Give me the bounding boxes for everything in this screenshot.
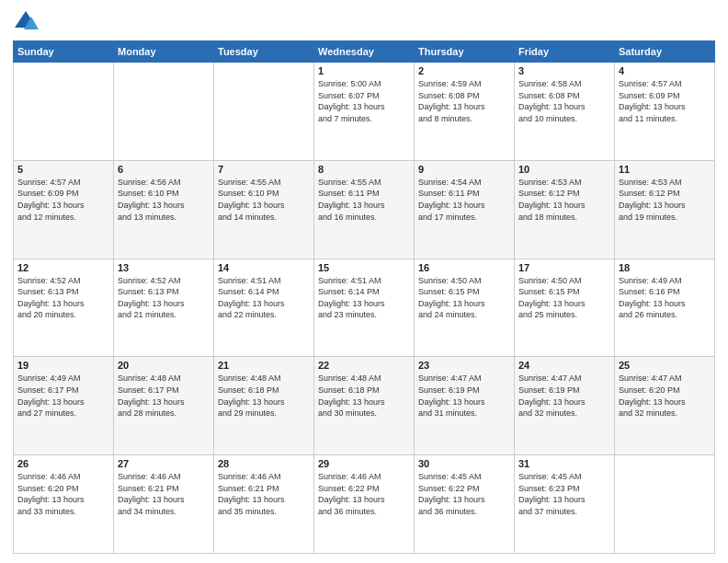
cell-content: Sunrise: 4:45 AMSunset: 6:22 PMDaylight:… xyxy=(418,471,510,517)
calendar-cell: 5Sunrise: 4:57 AMSunset: 6:09 PMDaylight… xyxy=(14,160,114,259)
page: SundayMondayTuesdayWednesdayThursdayFrid… xyxy=(0,0,728,563)
day-number: 14 xyxy=(218,262,310,273)
cell-content: Sunrise: 4:51 AMSunset: 6:14 PMDaylight:… xyxy=(218,275,310,321)
cell-content: Sunrise: 4:57 AMSunset: 6:09 PMDaylight:… xyxy=(619,78,711,124)
cell-content: Sunrise: 4:56 AMSunset: 6:10 PMDaylight:… xyxy=(118,177,210,223)
calendar-cell: 17Sunrise: 4:50 AMSunset: 6:15 PMDayligh… xyxy=(515,259,615,357)
header-day-friday: Friday xyxy=(515,41,615,63)
cell-content: Sunrise: 4:46 AMSunset: 6:22 PMDaylight:… xyxy=(318,471,410,517)
calendar-cell: 20Sunrise: 4:48 AMSunset: 6:17 PMDayligh… xyxy=(114,357,214,455)
calendar-cell: 11Sunrise: 4:53 AMSunset: 6:12 PMDayligh… xyxy=(615,160,715,259)
calendar-cell: 15Sunrise: 4:51 AMSunset: 6:14 PMDayligh… xyxy=(314,259,415,357)
day-number: 31 xyxy=(518,458,610,469)
calendar-cell: 23Sunrise: 4:47 AMSunset: 6:19 PMDayligh… xyxy=(415,357,515,455)
calendar-cell: 16Sunrise: 4:50 AMSunset: 6:15 PMDayligh… xyxy=(415,259,515,357)
calendar-body: 1Sunrise: 5:00 AMSunset: 6:07 PMDaylight… xyxy=(14,63,715,554)
cell-content: Sunrise: 4:47 AMSunset: 6:20 PMDaylight:… xyxy=(619,373,711,419)
day-number: 27 xyxy=(118,458,210,469)
cell-content: Sunrise: 4:45 AMSunset: 6:23 PMDaylight:… xyxy=(518,471,610,517)
header-day-monday: Monday xyxy=(114,41,214,63)
calendar-cell: 13Sunrise: 4:52 AMSunset: 6:13 PMDayligh… xyxy=(114,259,214,357)
calendar-cell: 19Sunrise: 4:49 AMSunset: 6:17 PMDayligh… xyxy=(14,357,114,455)
cell-content: Sunrise: 4:47 AMSunset: 6:19 PMDaylight:… xyxy=(518,373,610,419)
day-number: 9 xyxy=(418,164,510,175)
day-number: 28 xyxy=(218,458,310,469)
calendar-cell xyxy=(14,63,114,161)
calendar-cell: 31Sunrise: 4:45 AMSunset: 6:23 PMDayligh… xyxy=(515,455,615,554)
calendar-cell: 29Sunrise: 4:46 AMSunset: 6:22 PMDayligh… xyxy=(314,455,415,554)
calendar-cell: 12Sunrise: 4:52 AMSunset: 6:13 PMDayligh… xyxy=(14,259,114,357)
day-number: 12 xyxy=(17,262,109,273)
week-row-3: 19Sunrise: 4:49 AMSunset: 6:17 PMDayligh… xyxy=(14,357,715,455)
calendar-cell: 25Sunrise: 4:47 AMSunset: 6:20 PMDayligh… xyxy=(615,357,715,455)
cell-content: Sunrise: 4:55 AMSunset: 6:10 PMDaylight:… xyxy=(218,177,310,223)
calendar-cell: 22Sunrise: 4:48 AMSunset: 6:18 PMDayligh… xyxy=(314,357,415,455)
header-row: SundayMondayTuesdayWednesdayThursdayFrid… xyxy=(14,41,715,63)
cell-content: Sunrise: 4:46 AMSunset: 6:20 PMDaylight:… xyxy=(17,471,109,517)
day-number: 4 xyxy=(619,65,711,76)
cell-content: Sunrise: 4:46 AMSunset: 6:21 PMDaylight:… xyxy=(118,471,210,517)
calendar-cell: 4Sunrise: 4:57 AMSunset: 6:09 PMDaylight… xyxy=(615,63,715,161)
day-number: 26 xyxy=(17,458,109,469)
day-number: 7 xyxy=(218,164,310,175)
logo xyxy=(13,9,42,35)
cell-content: Sunrise: 4:52 AMSunset: 6:13 PMDaylight:… xyxy=(118,275,210,321)
cell-content: Sunrise: 4:48 AMSunset: 6:18 PMDaylight:… xyxy=(218,373,310,419)
calendar-cell: 8Sunrise: 4:55 AMSunset: 6:11 PMDaylight… xyxy=(314,160,415,259)
day-number: 11 xyxy=(619,164,711,175)
calendar-cell xyxy=(615,455,715,554)
day-number: 25 xyxy=(619,360,711,371)
calendar-cell: 3Sunrise: 4:58 AMSunset: 6:08 PMDaylight… xyxy=(515,63,615,161)
day-number: 10 xyxy=(518,164,610,175)
day-number: 20 xyxy=(118,360,210,371)
cell-content: Sunrise: 4:46 AMSunset: 6:21 PMDaylight:… xyxy=(218,471,310,517)
cell-content: Sunrise: 4:51 AMSunset: 6:14 PMDaylight:… xyxy=(318,275,410,321)
cell-content: Sunrise: 4:54 AMSunset: 6:11 PMDaylight:… xyxy=(418,177,510,223)
day-number: 6 xyxy=(118,164,210,175)
cell-content: Sunrise: 5:00 AMSunset: 6:07 PMDaylight:… xyxy=(318,78,410,124)
cell-content: Sunrise: 4:53 AMSunset: 6:12 PMDaylight:… xyxy=(619,177,711,223)
cell-content: Sunrise: 4:52 AMSunset: 6:13 PMDaylight:… xyxy=(17,275,109,321)
calendar-cell: 2Sunrise: 4:59 AMSunset: 6:08 PMDaylight… xyxy=(415,63,515,161)
week-row-0: 1Sunrise: 5:00 AMSunset: 6:07 PMDaylight… xyxy=(14,63,715,161)
cell-content: Sunrise: 4:48 AMSunset: 6:17 PMDaylight:… xyxy=(118,373,210,419)
cell-content: Sunrise: 4:47 AMSunset: 6:19 PMDaylight:… xyxy=(418,373,510,419)
calendar-cell: 6Sunrise: 4:56 AMSunset: 6:10 PMDaylight… xyxy=(114,160,214,259)
cell-content: Sunrise: 4:50 AMSunset: 6:15 PMDaylight:… xyxy=(418,275,510,321)
day-number: 23 xyxy=(418,360,510,371)
cell-content: Sunrise: 4:55 AMSunset: 6:11 PMDaylight:… xyxy=(318,177,410,223)
cell-content: Sunrise: 4:57 AMSunset: 6:09 PMDaylight:… xyxy=(17,177,109,223)
day-number: 18 xyxy=(619,262,711,273)
day-number: 13 xyxy=(118,262,210,273)
day-number: 2 xyxy=(418,65,510,76)
calendar-cell: 18Sunrise: 4:49 AMSunset: 6:16 PMDayligh… xyxy=(615,259,715,357)
calendar-cell: 26Sunrise: 4:46 AMSunset: 6:20 PMDayligh… xyxy=(14,455,114,554)
cell-content: Sunrise: 4:49 AMSunset: 6:16 PMDaylight:… xyxy=(619,275,711,321)
day-number: 16 xyxy=(418,262,510,273)
week-row-4: 26Sunrise: 4:46 AMSunset: 6:20 PMDayligh… xyxy=(14,455,715,554)
calendar-cell: 27Sunrise: 4:46 AMSunset: 6:21 PMDayligh… xyxy=(114,455,214,554)
header-day-saturday: Saturday xyxy=(615,41,715,63)
calendar-cell: 10Sunrise: 4:53 AMSunset: 6:12 PMDayligh… xyxy=(515,160,615,259)
cell-content: Sunrise: 4:53 AMSunset: 6:12 PMDaylight:… xyxy=(518,177,610,223)
calendar-cell: 21Sunrise: 4:48 AMSunset: 6:18 PMDayligh… xyxy=(214,357,314,455)
calendar-cell xyxy=(114,63,214,161)
calendar-cell: 1Sunrise: 5:00 AMSunset: 6:07 PMDaylight… xyxy=(314,63,415,161)
day-number: 21 xyxy=(218,360,310,371)
calendar-cell: 9Sunrise: 4:54 AMSunset: 6:11 PMDaylight… xyxy=(415,160,515,259)
day-number: 1 xyxy=(318,65,410,76)
header-day-thursday: Thursday xyxy=(415,41,515,63)
header-day-sunday: Sunday xyxy=(14,41,114,63)
day-number: 5 xyxy=(17,164,109,175)
day-number: 22 xyxy=(318,360,410,371)
calendar-cell: 14Sunrise: 4:51 AMSunset: 6:14 PMDayligh… xyxy=(214,259,314,357)
day-number: 30 xyxy=(418,458,510,469)
cell-content: Sunrise: 4:59 AMSunset: 6:08 PMDaylight:… xyxy=(418,78,510,124)
calendar-cell xyxy=(214,63,314,161)
day-number: 3 xyxy=(518,65,610,76)
cell-content: Sunrise: 4:58 AMSunset: 6:08 PMDaylight:… xyxy=(518,78,610,124)
day-number: 24 xyxy=(518,360,610,371)
day-number: 19 xyxy=(17,360,109,371)
header-day-wednesday: Wednesday xyxy=(314,41,415,63)
day-number: 29 xyxy=(318,458,410,469)
